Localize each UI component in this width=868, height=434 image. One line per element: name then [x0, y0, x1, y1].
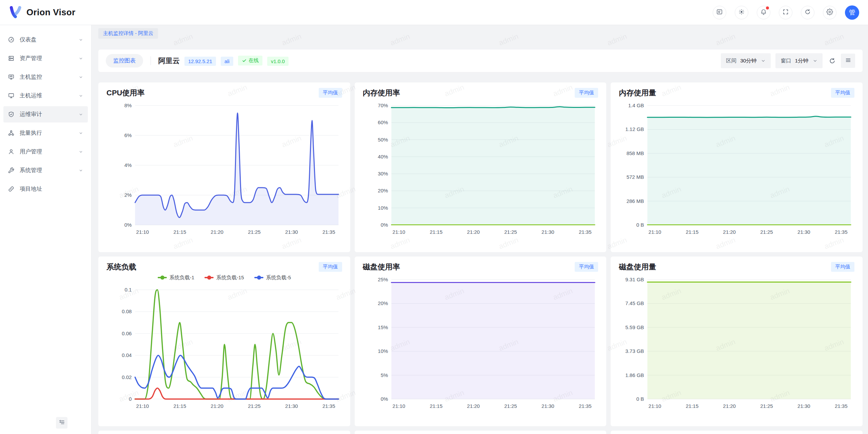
interval-select[interactable]: 区间 30分钟: [721, 53, 771, 68]
chart-card-head: 内存使用量平均值: [619, 88, 854, 98]
svg-text:21:25: 21:25: [760, 403, 773, 409]
svg-text:10%: 10%: [378, 348, 388, 354]
sidebar-item-dashboard[interactable]: 仪表盘: [3, 32, 88, 48]
host-monitor-icon: [8, 74, 15, 80]
window-value: 1分钟: [795, 57, 808, 64]
sidebar-collapse-button[interactable]: [56, 417, 67, 429]
svg-text:21:30: 21:30: [285, 403, 298, 409]
svg-text:21:35: 21:35: [322, 403, 335, 409]
sidebar-item-user[interactable]: 用户管理: [3, 144, 88, 160]
refresh-charts-button[interactable]: [829, 57, 836, 64]
sidebar-item-link[interactable]: 项目地址: [3, 181, 88, 197]
svg-text:21:30: 21:30: [541, 403, 554, 409]
chart-card-partial: [611, 431, 863, 434]
chart-card-head: 磁盘使用率平均值: [363, 262, 598, 272]
average-value-badge[interactable]: 平均值: [575, 88, 598, 98]
svg-text:0.06: 0.06: [122, 331, 132, 336]
disk-usage-amount-chart[interactable]: 0 B1.86 GB3.73 GB5.59 GB7.45 GB9.31 GB21…: [619, 274, 854, 411]
sidebar-item-audit-shield[interactable]: 运维审计: [3, 106, 88, 122]
svg-text:21:25: 21:25: [760, 229, 773, 235]
svg-text:21:25: 21:25: [504, 403, 517, 409]
sidebar-item-system-wrench[interactable]: 系统管理: [3, 162, 88, 178]
svg-text:1.4 GB: 1.4 GB: [628, 102, 644, 108]
chart-card-head: 内存使用率平均值: [363, 88, 598, 98]
sidebar-item-label: 仪表盘: [20, 36, 37, 43]
sidebar-item-label: 用户管理: [20, 148, 42, 155]
sidebar-item-batch-exec[interactable]: 批量执行: [3, 125, 88, 141]
sidebar-item-label: 运维审计: [20, 111, 42, 118]
sidebar-item-label: 项目地址: [20, 185, 42, 193]
svg-text:30%: 30%: [378, 171, 388, 176]
svg-text:3.73 GB: 3.73 GB: [626, 348, 644, 354]
system-load-chart[interactable]: 00.020.040.060.080.121:1021:1521:2021:25…: [106, 284, 342, 411]
code-button[interactable]: [713, 6, 726, 19]
disk-usage-rate-chart[interactable]: 0%5%10%15%20%25%21:1021:1521:2021:2521:3…: [363, 274, 598, 411]
chevron-down-icon: [78, 112, 83, 117]
average-value-badge[interactable]: 平均值: [319, 88, 342, 98]
theme-sun-button[interactable]: [735, 6, 748, 19]
legend-item[interactable]: 系统负载-15: [204, 275, 244, 281]
svg-text:60%: 60%: [378, 119, 388, 125]
app-title: Orion Visor: [26, 7, 75, 18]
host-badge-text: 12.92.5.21: [188, 58, 212, 64]
svg-text:20%: 20%: [378, 188, 388, 193]
sidebar-item-assets[interactable]: 资产管理: [3, 50, 88, 67]
breadcrumb-tab[interactable]: 主机监控详情 - 阿里云: [98, 28, 158, 39]
notification-bell-button[interactable]: [757, 6, 770, 19]
chart-card-partial: [355, 431, 607, 434]
svg-text:21:35: 21:35: [835, 229, 848, 235]
refresh-button[interactable]: [801, 6, 814, 19]
tab-monitor-charts[interactable]: 监控图表: [106, 54, 143, 68]
sidebar-item-label: 主机运维: [20, 92, 42, 99]
window-select[interactable]: 窗口 1分钟: [775, 53, 823, 68]
sidebar-item-host-ops[interactable]: 主机运维: [3, 88, 88, 104]
svg-text:0.08: 0.08: [122, 308, 132, 314]
svg-text:21:35: 21:35: [835, 403, 848, 409]
svg-text:10%: 10%: [378, 205, 388, 211]
topbar-actions: 管: [704, 5, 859, 20]
svg-text:21:10: 21:10: [392, 229, 405, 235]
average-value-badge[interactable]: 平均值: [831, 88, 854, 98]
legend-line-dot-icon: [158, 276, 167, 280]
chevron-down-icon: [813, 58, 817, 63]
settings-gear-button[interactable]: [823, 6, 836, 19]
legend-line-dot-icon: [254, 276, 263, 280]
svg-text:1.12 GB: 1.12 GB: [626, 126, 644, 132]
svg-text:21:25: 21:25: [248, 229, 261, 235]
sidebar: 仪表盘资产管理主机监控主机运维运维审计批量执行用户管理系统管理项目地址: [0, 25, 92, 434]
chart-card-head: 磁盘使用量平均值: [619, 262, 854, 272]
svg-text:21:20: 21:20: [723, 229, 736, 235]
memory-usage-rate-chart[interactable]: 0%10%20%30%40%50%60%70%21:1021:1521:2021…: [363, 100, 598, 237]
chart-card-partial: [98, 431, 350, 434]
svg-text:21:20: 21:20: [723, 403, 736, 409]
average-value-badge[interactable]: 平均值: [319, 262, 342, 272]
cpu-usage-chart[interactable]: 0%2%4%6%8%21:1021:1521:2021:2521:3021:35: [106, 100, 342, 237]
chevron-down-icon: [78, 149, 83, 154]
svg-text:5.59 GB: 5.59 GB: [626, 324, 644, 330]
sidebar-item-host-monitor[interactable]: 主机监控: [3, 69, 88, 85]
svg-text:0%: 0%: [380, 222, 388, 228]
fullscreen-button[interactable]: [779, 6, 792, 19]
notification-dot-badge: [766, 6, 769, 10]
user-avatar[interactable]: 管: [845, 5, 859, 20]
svg-text:21:20: 21:20: [467, 229, 480, 235]
chart-layout-button[interactable]: [841, 54, 855, 68]
memory-usage-amount-chart[interactable]: 0 B286 MB572 MB858 MB1.12 GB1.4 GB21:102…: [619, 100, 854, 237]
svg-text:21:20: 21:20: [467, 403, 480, 409]
audit-shield-icon: [8, 111, 15, 118]
svg-text:20%: 20%: [378, 300, 388, 306]
fullscreen-icon: [782, 8, 789, 17]
chart-title: 内存使用率: [363, 88, 400, 98]
legend-item[interactable]: 系统负载-1: [158, 275, 194, 281]
legend-item[interactable]: 系统负载-5: [254, 275, 291, 281]
sidebar-item-label: 主机监控: [20, 73, 42, 81]
chevron-down-icon: [78, 168, 83, 173]
svg-text:21:15: 21:15: [686, 403, 699, 409]
average-value-badge[interactable]: 平均值: [575, 262, 598, 272]
svg-text:5%: 5%: [380, 372, 388, 378]
chevron-down-icon: [78, 131, 83, 136]
average-value-badge[interactable]: 平均值: [831, 262, 854, 272]
theme-sun-icon: [738, 8, 745, 17]
disk-usage-amount-card: 磁盘使用量平均值0 B1.86 GB3.73 GB5.59 GB7.45 GB9…: [611, 257, 863, 426]
interval-value: 30分钟: [740, 57, 756, 64]
